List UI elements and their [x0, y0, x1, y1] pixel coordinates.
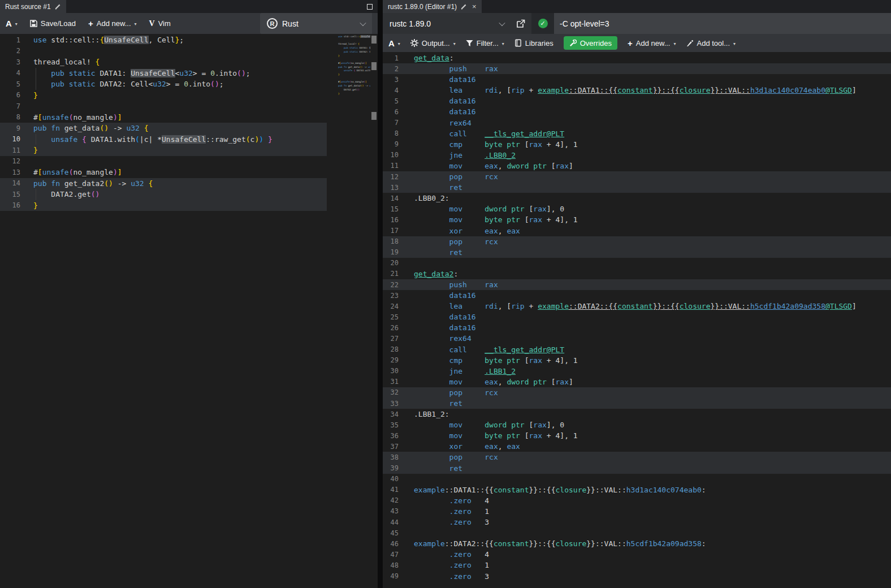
- font-size-button[interactable]: A ▾: [388, 38, 400, 48]
- compile-status-button[interactable]: ✓: [531, 13, 554, 34]
- libraries-button[interactable]: Libraries: [514, 39, 553, 47]
- asm-code-line[interactable]: 1get_data:: [383, 53, 891, 63]
- asm-code-line[interactable]: 48 .zero 1: [383, 560, 891, 570]
- asm-code-line[interactable]: 25 data16: [383, 312, 891, 322]
- source-code-line[interactable]: 13#[unsafe(no_mangle)]: [0, 167, 378, 178]
- asm-code-line[interactable]: 8 call __tls_get_addr@PLT: [383, 128, 891, 139]
- line-number: 3: [383, 76, 399, 84]
- asm-code-line[interactable]: 27 rex64: [383, 333, 891, 344]
- asm-code-line[interactable]: 12 pop rcx: [383, 171, 891, 182]
- asm-code-line[interactable]: 21get_data2:: [383, 269, 891, 279]
- add-tool-button[interactable]: Add tool... ▾: [686, 39, 736, 47]
- asm-code-line[interactable]: 32 pop rcx: [383, 387, 891, 398]
- source-code-line[interactable]: 6}: [0, 90, 378, 101]
- asm-code-line[interactable]: 33 ret: [383, 398, 891, 409]
- asm-code-line[interactable]: 6 data16: [383, 106, 891, 117]
- asm-code-line[interactable]: 39 ret: [383, 463, 891, 474]
- compiler-select[interactable]: rustc 1.89.0: [383, 13, 510, 34]
- asm-code-line[interactable]: 38 pop rcx: [383, 452, 891, 462]
- asm-code-line[interactable]: 19 ret: [383, 247, 891, 258]
- close-tab-icon[interactable]: ×: [472, 3, 477, 10]
- pane-extra-window-icon[interactable]: [367, 4, 373, 10]
- language-select[interactable]: R Rust: [260, 13, 372, 34]
- asm-code-line[interactable]: 17 xor eax, eax: [383, 226, 891, 236]
- output-label: Output...: [422, 39, 450, 47]
- asm-code-line[interactable]: 36 mov byte ptr [rax + 4], 1: [383, 430, 891, 441]
- add-new-button[interactable]: + Add new... ▾: [628, 38, 676, 48]
- asm-code-line[interactable]: 34.LBB1_2:: [383, 409, 891, 420]
- source-code-line[interactable]: 16}: [0, 200, 378, 211]
- asm-code-line[interactable]: 4 lea rdi, [rip + example::DATA1::{{cons…: [383, 85, 891, 96]
- asm-code-line[interactable]: 11 mov eax, dword ptr [rax]: [383, 161, 891, 171]
- asm-code-line[interactable]: 35 mov dword ptr [rax], 0: [383, 420, 891, 430]
- asm-code-line[interactable]: 5 data16: [383, 96, 891, 106]
- filter-button[interactable]: Filter... ▾: [466, 39, 504, 47]
- open-compiler-site-button[interactable]: [510, 13, 531, 34]
- pane-resize-handle[interactable]: [378, 0, 383, 588]
- rust-logo-icon: R: [267, 18, 278, 29]
- minimap[interactable]: use std::cell::{UnsafeCell, Cell}; threa…: [338, 35, 370, 114]
- overrides-button[interactable]: Overrides: [564, 36, 617, 50]
- source-code-line[interactable]: 8#[unsafe(no_mangle)]: [0, 112, 378, 123]
- rename-icon[interactable]: [461, 3, 467, 10]
- asm-code-line[interactable]: 24 lea rdi, [rip + example::DATA2::{{con…: [383, 301, 891, 312]
- asm-code-line[interactable]: 20: [383, 258, 891, 269]
- source-code-line[interactable]: 14pub fn get_data2() -> u32 {: [0, 178, 378, 189]
- asm-code-line[interactable]: 13 ret: [383, 182, 891, 193]
- asm-code-line[interactable]: 44 .zero 3: [383, 517, 891, 528]
- asm-code-line[interactable]: 22 push rax: [383, 279, 891, 290]
- asm-code-line[interactable]: 14.LBB0_2:: [383, 193, 891, 204]
- save-load-button[interactable]: Save/Load: [30, 19, 76, 28]
- asm-code-line[interactable]: 49 .zero 3: [383, 571, 891, 582]
- source-toolbar: A ▾ Save/Load + Add new... ▾ V Vim R Rus…: [0, 13, 378, 34]
- asm-code-line[interactable]: 18 pop rcx: [383, 236, 891, 247]
- asm-code-line[interactable]: 3 data16: [383, 74, 891, 85]
- asm-code-line[interactable]: 47 .zero 4: [383, 549, 891, 560]
- asm-code-line[interactable]: 30 jne .LBB1_2: [383, 366, 891, 377]
- source-code-line[interactable]: 2: [0, 46, 378, 57]
- source-code-editor[interactable]: 1use std::cell::{UnsafeCell, Cell};23thr…: [0, 34, 378, 588]
- asm-code-line[interactable]: 7 rex64: [383, 118, 891, 128]
- asm-lines: 1get_data:2 push rax3 data16 4 lea rdi, …: [383, 52, 891, 582]
- source-code-line[interactable]: 5 pub static DATA2: Cell<u32> = 0.into()…: [0, 79, 378, 90]
- tab-rust-source[interactable]: Rust source #1: [0, 0, 66, 13]
- source-code-line[interactable]: 12: [0, 156, 378, 167]
- asm-code-line[interactable]: 28 call __tls_get_addr@PLT: [383, 344, 891, 355]
- source-code-line[interactable]: 11}: [0, 145, 378, 156]
- asm-code-line[interactable]: 16 mov byte ptr [rax + 4], 1: [383, 214, 891, 225]
- asm-code-line[interactable]: 37 xor eax, eax: [383, 441, 891, 452]
- asm-output-editor[interactable]: 1get_data:2 push rax3 data16 4 lea rdi, …: [383, 52, 891, 588]
- output-button[interactable]: Output... ▾: [410, 39, 456, 47]
- source-code-line[interactable]: 4 pub static DATA1: UnsafeCell<u32> = 0.…: [0, 68, 378, 79]
- asm-code-line[interactable]: 26 data16: [383, 322, 891, 333]
- code-text: data16: [399, 322, 485, 333]
- asm-code-line[interactable]: 43 .zero 1: [383, 506, 891, 517]
- tab-compiler[interactable]: rustc 1.89.0 (Editor #1) ×: [383, 0, 482, 13]
- asm-code-line[interactable]: 40: [383, 474, 891, 485]
- asm-code-line[interactable]: 2 push rax: [383, 63, 891, 74]
- line-number: 24: [383, 302, 399, 310]
- font-size-button[interactable]: A ▾: [6, 19, 18, 28]
- rename-icon[interactable]: [55, 3, 61, 10]
- asm-code-line[interactable]: 15 mov dword ptr [rax], 0: [383, 204, 891, 214]
- asm-code-line[interactable]: 10 jne .LBB0_2: [383, 150, 891, 161]
- source-code-line[interactable]: 15 DATA2.get(): [0, 189, 378, 200]
- source-code-line[interactable]: 1use std::cell::{UnsafeCell, Cell};: [0, 34, 378, 46]
- asm-code-line[interactable]: 42 .zero 4: [383, 495, 891, 506]
- asm-code-line[interactable]: 31 mov eax, dword ptr [rax]: [383, 377, 891, 387]
- asm-code-line[interactable]: 45: [383, 528, 891, 538]
- source-code-line[interactable]: 7: [0, 101, 378, 112]
- asm-code-line[interactable]: 9 cmp byte ptr [rax + 4], 1: [383, 139, 891, 150]
- overview-ruler[interactable]: [370, 34, 378, 588]
- source-code-line[interactable]: 10 unsafe { DATA1.with(|c| *UnsafeCell::…: [0, 134, 378, 145]
- asm-code-line[interactable]: 23 data16: [383, 290, 891, 301]
- line-number: 9: [0, 124, 20, 132]
- vim-toggle-button[interactable]: V Vim: [149, 19, 171, 28]
- asm-code-line[interactable]: 46example::DATA2::{{constant}}::{{closur…: [383, 538, 891, 549]
- add-new-button[interactable]: + Add new... ▾: [88, 19, 137, 28]
- source-code-line[interactable]: 9pub fn get_data() -> u32 {: [0, 123, 378, 134]
- compiler-options-input[interactable]: -C opt-level=3: [554, 13, 891, 34]
- asm-code-line[interactable]: 41example::DATA1::{{constant}}::{{closur…: [383, 485, 891, 495]
- asm-code-line[interactable]: 29 cmp byte ptr [rax + 4], 1: [383, 355, 891, 366]
- source-code-line[interactable]: 3thread_local! {: [0, 57, 378, 68]
